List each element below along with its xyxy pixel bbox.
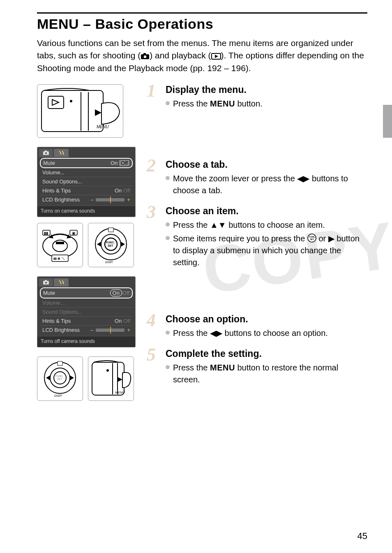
- svg-text:SET: SET: [57, 377, 62, 380]
- step-number: 2: [147, 157, 156, 175]
- svg-text:▮▮ ▣ 🔍: ▮▮ ▣ 🔍: [53, 257, 65, 260]
- svg-point-2: [144, 56, 146, 58]
- side-thumb-tab: [383, 105, 392, 138]
- step-heading: Choose a tab.: [166, 159, 367, 170]
- svg-text:SET: SET: [310, 238, 314, 241]
- step-bullet: Some items require you to press the FUNC…: [166, 233, 367, 268]
- lcd1-row-hints: Hints & Tips On Off: [40, 186, 133, 195]
- lcd2-row-hints: Hints & Tips On Off: [40, 317, 133, 326]
- step-bullet: Press the MENU button.: [166, 98, 367, 110]
- svg-text:FUNC.: FUNC.: [55, 375, 64, 377]
- right-arrow-icon: ▶: [328, 234, 334, 243]
- page-title: MENU – Basic Operations: [37, 16, 367, 32]
- svg-text:SET: SET: [108, 244, 113, 247]
- lcd2-caption: Turns off camera sounds: [37, 336, 135, 347]
- step-heading: Choose an option.: [166, 314, 367, 325]
- left-right-arrow-icon: ◀▶: [297, 174, 309, 183]
- svg-point-48: [106, 369, 109, 372]
- func-set-illustration-2: FUNC. SET DISP.: [37, 356, 83, 401]
- lcd1-row-mute: Mute On Off: [40, 158, 133, 168]
- bullet-icon: [166, 176, 170, 180]
- step-1: 1 Display the menu. Press the MENU butto…: [149, 84, 367, 110]
- bullet-icon: [166, 222, 170, 227]
- svg-point-14: [45, 153, 47, 154]
- illustration-column: MENU Mute On Off: [37, 84, 138, 410]
- intro-paragraph: Various functions can be set from the me…: [37, 37, 367, 74]
- step-3: 3 Choose an item. Press the ▲▼ buttons t…: [149, 206, 367, 268]
- step-heading: Choose an item.: [166, 206, 367, 217]
- step-bullet: Move the zoom lever or press the ◀▶ butt…: [166, 173, 367, 197]
- lcd1-caption: Turns on camera sounds: [37, 206, 135, 217]
- svg-text:▮▮: ▮▮: [44, 231, 48, 235]
- bullet-icon: [166, 331, 170, 335]
- lcd-menu-screenshot-2: Mute OnOff Volume... Sound Options... Hi…: [37, 276, 136, 347]
- svg-text:▣: ▣: [72, 231, 76, 235]
- title-rule: MENU – Basic Operations: [37, 12, 367, 32]
- camera-icon: [141, 53, 150, 60]
- instruction-column: COPY 1 Display the menu. Press the MENU …: [149, 84, 367, 410]
- lcd1-row-sound-options: Sound Options...: [40, 177, 133, 186]
- svg-rect-33: [108, 228, 113, 232]
- svg-rect-6: [48, 96, 64, 109]
- lcd1-tab-setup: [54, 149, 69, 157]
- lcd1-row-brightness: LCD Brightness – +: [40, 195, 133, 204]
- page-number: 45: [357, 531, 367, 541]
- bullet-icon: [166, 236, 170, 240]
- svg-text:DISP.: DISP.: [105, 260, 113, 264]
- camera-menu-press-illustration: MENU: [37, 84, 123, 138]
- bullet-icon: [166, 101, 170, 105]
- step-number: 3: [147, 203, 156, 221]
- lcd2-tab-setup: [54, 278, 69, 287]
- menu-label-text: MENU: [97, 125, 109, 129]
- svg-text:MENU: MENU: [115, 391, 125, 394]
- step-4: 4 Choose an option. Press the ◀▶ buttons…: [149, 314, 367, 339]
- svg-text:DISP.: DISP.: [54, 394, 62, 398]
- svg-rect-1: [143, 53, 146, 55]
- zoom-lever-illustration: ▮▮ ▣ ▮▮ ▣ 🔍: [37, 223, 83, 267]
- lcd2-row-brightness: LCD Brightness – +: [40, 326, 133, 334]
- svg-rect-17: [56, 242, 64, 244]
- lcd1-row-volume: Volume...: [40, 168, 133, 177]
- svg-text:FUNC.: FUNC.: [106, 241, 115, 244]
- lcd2-row-sound-options: Sound Options...: [40, 308, 133, 317]
- bullet-icon: [166, 365, 170, 369]
- svg-rect-13: [45, 150, 47, 152]
- func-set-icon: FUNC.SET: [307, 234, 316, 243]
- lcd2-row-mute: Mute OnOff: [40, 287, 133, 298]
- svg-point-8: [70, 100, 72, 102]
- lcd2-tab-shooting: [39, 278, 53, 287]
- up-down-arrow-icon: ▲▼: [210, 220, 226, 229]
- svg-point-37: [45, 282, 47, 284]
- svg-rect-36: [45, 280, 47, 281]
- step-heading: Complete the setting.: [166, 348, 367, 359]
- func-set-illustration-1: FUNC. SET DISP.: [88, 223, 134, 267]
- playback-icon: [211, 53, 221, 60]
- step-5: 5 Complete the setting. Press the MENU b…: [149, 348, 367, 386]
- lcd2-row-volume: Volume...: [40, 298, 133, 308]
- step-number: 4: [147, 311, 156, 329]
- step-number: 1: [147, 82, 156, 100]
- left-right-arrow-icon: ◀▶: [210, 329, 222, 338]
- step-heading: Display the menu.: [166, 84, 367, 95]
- svg-marker-4: [215, 55, 218, 58]
- step-number: 5: [147, 346, 156, 364]
- lcd1-tab-shooting: [39, 149, 53, 157]
- step-bullet: Press the MENU button to restore the nor…: [166, 362, 367, 386]
- svg-rect-45: [58, 361, 62, 366]
- lcd-menu-screenshot-1: Mute On Off Volume... Sound Options... H…: [37, 147, 136, 217]
- step-bullet: Press the ▲▼ buttons to choose an item.: [166, 219, 367, 231]
- step-2: 2 Choose a tab. Move the zoom lever or p…: [149, 159, 367, 197]
- step-bullet: Press the ◀▶ buttons to choose an option…: [166, 327, 367, 339]
- camera-menu-press-illustration-2: MENU: [88, 356, 134, 401]
